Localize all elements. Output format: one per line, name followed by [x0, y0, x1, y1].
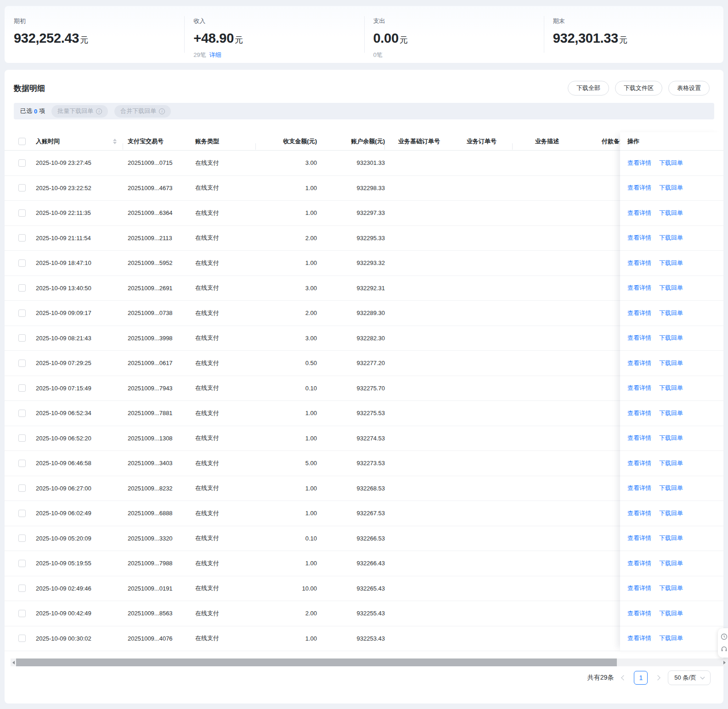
row-checkbox[interactable] [18, 460, 26, 467]
row-checkbox[interactable] [18, 635, 26, 642]
view-detail-link[interactable]: 查看详情 [627, 259, 651, 267]
scrollbar-thumb[interactable] [16, 658, 617, 666]
row-checkbox[interactable] [18, 334, 26, 342]
page-size-value: 50 条/页 [674, 674, 696, 682]
download-receipt-link[interactable]: 下载回单 [659, 184, 683, 192]
download-receipt-link[interactable]: 下载回单 [659, 359, 683, 367]
download-receipt-link[interactable]: 下载回单 [659, 634, 683, 642]
download-receipt-link[interactable]: 下载回单 [659, 409, 683, 417]
merge-download-button[interactable]: 合并下载回单 i [114, 105, 171, 118]
next-page-icon[interactable] [655, 675, 660, 680]
header-base-order: 业务基础订单号 [385, 137, 462, 146]
sort-icon[interactable] [113, 139, 117, 144]
cell-time: 2025-10-09 09:09:17 [32, 309, 123, 316]
row-actions: 查看详情 下载回单 [620, 551, 723, 576]
download-receipt-link[interactable]: 下载回单 [659, 309, 683, 317]
select-all-checkbox[interactable] [18, 138, 26, 145]
view-detail-link[interactable]: 查看详情 [627, 584, 651, 592]
download-files-button[interactable]: 下载文件区 [615, 81, 662, 96]
page-size-select[interactable]: 50 条/页 [668, 670, 711, 685]
cell-txn: 20251009...7943 [123, 385, 192, 392]
view-detail-link[interactable]: 查看详情 [627, 384, 651, 392]
view-detail-link[interactable]: 查看详情 [627, 559, 651, 568]
cell-txn: 20251009...3403 [123, 460, 192, 467]
horizontal-scrollbar[interactable] [11, 658, 727, 666]
view-detail-link[interactable]: 查看详情 [627, 184, 651, 192]
row-checkbox-cell [5, 209, 32, 217]
download-receipt-link[interactable]: 下载回单 [659, 384, 683, 392]
download-receipt-link[interactable]: 下载回单 [659, 234, 683, 242]
view-detail-link[interactable]: 查看详情 [627, 234, 651, 242]
view-detail-link[interactable]: 查看详情 [627, 634, 651, 642]
row-checkbox[interactable] [18, 484, 26, 492]
table-row: 2025-10-09 09:09:17 20251009...0738 在线支付… [5, 301, 723, 326]
floating-helper-widget[interactable] [718, 628, 728, 658]
cell-balance: 932298.33 [317, 185, 385, 191]
download-receipt-link[interactable]: 下载回单 [659, 509, 683, 518]
cell-time: 2025-10-09 22:11:35 [32, 209, 123, 216]
scroll-left-arrow-icon[interactable] [11, 658, 16, 666]
row-checkbox[interactable] [18, 159, 26, 167]
row-checkbox[interactable] [18, 360, 26, 367]
batch-download-button[interactable]: 批量下载回单 i [51, 105, 108, 118]
cell-time: 2025-10-09 13:40:50 [32, 285, 123, 292]
row-checkbox[interactable] [18, 184, 26, 191]
view-detail-link[interactable]: 查看详情 [627, 284, 651, 292]
row-checkbox[interactable] [18, 560, 26, 567]
download-receipt-link[interactable]: 下载回单 [659, 534, 683, 542]
download-receipt-link[interactable]: 下载回单 [659, 609, 683, 618]
row-checkbox[interactable] [18, 434, 26, 442]
clock-icon[interactable] [721, 633, 728, 640]
cell-txn: 20251009...2691 [123, 285, 192, 292]
cell-balance: 932266.43 [317, 560, 385, 567]
download-receipt-link[interactable]: 下载回单 [659, 259, 683, 267]
summary-income-sub: 29笔详细 [193, 51, 364, 59]
view-detail-link[interactable]: 查看详情 [627, 409, 651, 417]
download-receipt-link[interactable]: 下载回单 [659, 284, 683, 292]
prev-page-icon[interactable] [621, 675, 626, 680]
row-checkbox-cell [5, 334, 32, 342]
download-all-button[interactable]: 下载全部 [568, 81, 609, 96]
download-receipt-link[interactable]: 下载回单 [659, 159, 683, 167]
view-detail-link[interactable]: 查看详情 [627, 509, 651, 518]
row-checkbox[interactable] [18, 510, 26, 517]
download-receipt-link[interactable]: 下载回单 [659, 434, 683, 442]
view-detail-link[interactable]: 查看详情 [627, 359, 651, 367]
download-receipt-link[interactable]: 下载回单 [659, 584, 683, 592]
table-row: 2025-10-09 18:47:10 20251009...5952 在线支付… [5, 251, 723, 276]
view-detail-link[interactable]: 查看详情 [627, 609, 651, 618]
download-receipt-link[interactable]: 下载回单 [659, 484, 683, 492]
row-checkbox[interactable] [18, 610, 26, 617]
view-detail-link[interactable]: 查看详情 [627, 434, 651, 442]
row-checkbox[interactable] [18, 209, 26, 217]
view-detail-link[interactable]: 查看详情 [627, 459, 651, 467]
row-checkbox[interactable] [18, 234, 26, 242]
view-detail-link[interactable]: 查看详情 [627, 209, 651, 217]
info-icon: i [159, 108, 165, 114]
view-detail-link[interactable]: 查看详情 [627, 484, 651, 492]
row-checkbox-cell [5, 360, 32, 367]
download-receipt-link[interactable]: 下载回单 [659, 559, 683, 568]
scroll-right-arrow-icon[interactable] [722, 658, 727, 666]
view-detail-link[interactable]: 查看详情 [627, 309, 651, 317]
row-checkbox[interactable] [18, 309, 26, 317]
headset-icon[interactable] [721, 646, 728, 653]
view-detail-link[interactable]: 查看详情 [627, 534, 651, 542]
income-detail-link[interactable]: 详细 [209, 51, 221, 58]
download-receipt-link[interactable]: 下载回单 [659, 334, 683, 342]
row-checkbox-cell [5, 635, 32, 642]
download-receipt-link[interactable]: 下载回单 [659, 459, 683, 467]
cell-type: 在线支付 [192, 634, 256, 642]
row-checkbox[interactable] [18, 284, 26, 292]
row-checkbox[interactable] [18, 585, 26, 592]
view-detail-link[interactable]: 查看详情 [627, 159, 651, 167]
download-receipt-link[interactable]: 下载回单 [659, 209, 683, 217]
row-checkbox[interactable] [18, 384, 26, 392]
view-detail-link[interactable]: 查看详情 [627, 334, 651, 342]
cell-txn: 20251009...7881 [123, 410, 192, 416]
row-checkbox[interactable] [18, 535, 26, 542]
page-number-button[interactable]: 1 [634, 671, 648, 685]
row-checkbox[interactable] [18, 410, 26, 417]
row-checkbox[interactable] [18, 259, 26, 267]
table-settings-button[interactable]: 表格设置 [668, 81, 710, 96]
